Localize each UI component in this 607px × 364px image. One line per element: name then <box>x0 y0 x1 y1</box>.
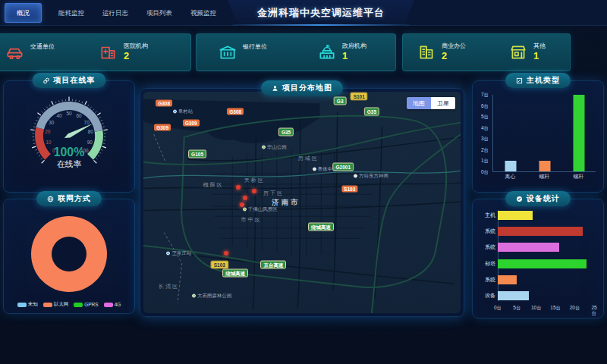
road-badge: G105 <box>188 149 206 158</box>
stat-other: 其他 1 <box>508 42 546 62</box>
road-badge: G309 <box>183 119 200 126</box>
wrench-icon <box>516 196 523 202</box>
road-badge: 绕城高速 <box>222 269 248 278</box>
tab-run-logs[interactable]: 运行日志 <box>93 0 137 26</box>
globe-icon <box>47 196 54 202</box>
stat-label: 政府机构 <box>342 42 366 50</box>
tab-overview[interactable]: 概况 <box>5 3 42 23</box>
shop-icon <box>508 42 528 62</box>
legend-swatch <box>104 303 113 307</box>
svg-text:30: 30 <box>49 120 55 125</box>
y-axis-tick: 6台 <box>481 102 489 109</box>
legend-item-gprs[interactable]: GPRS <box>74 301 98 308</box>
stat-value: 2 <box>124 50 148 62</box>
map-poi-label: 华山公园 <box>262 144 287 151</box>
device-stats-bar <box>498 227 583 236</box>
road-badge: G35 <box>364 108 379 116</box>
map-district-label: 市中区 <box>241 216 262 224</box>
tab-energy-monitor[interactable]: 能耗监控 <box>49 0 93 26</box>
legend-label: 4G <box>115 302 121 307</box>
map-mode-button[interactable]: 地图 <box>407 97 431 109</box>
project-marker[interactable] <box>243 196 247 200</box>
svg-text:90: 90 <box>87 140 93 145</box>
gauge-value: 100% <box>54 146 84 158</box>
stat-value: 1 <box>342 50 366 62</box>
legend-item-ethernet[interactable]: 以太网 <box>43 301 69 308</box>
road-badge: S103 <box>211 260 228 268</box>
map-district-label: 历城区 <box>298 155 319 162</box>
car-icon <box>5 42 25 62</box>
tab-project-list[interactable]: 项目列表 <box>137 0 181 26</box>
device-stats-row: 设备 <box>477 291 594 301</box>
stat-box-office-other: 商业办公 2 其他 1 <box>402 33 571 71</box>
device-stats-row: 主机 <box>477 210 594 220</box>
panel-title: 项目分布地图 <box>282 83 332 93</box>
satellite-mode-button[interactable]: 卫星 <box>431 97 455 109</box>
legend-label: GPRS <box>84 302 98 307</box>
map-layer-switcher: 地图 卫星 <box>407 97 455 109</box>
device-stats-bar-chart: 主机系统系统却塔系统设备 <box>477 210 594 301</box>
stat-label: 银行单位 <box>243 43 267 51</box>
legend-swatch <box>74 303 83 307</box>
panel-title: 联网方式 <box>58 193 91 204</box>
y-axis-tick: 1台 <box>481 158 489 165</box>
device-bar-track <box>498 275 594 284</box>
stat-value <box>30 51 55 62</box>
device-stats-bar <box>498 291 529 300</box>
svg-text:60: 60 <box>76 113 82 118</box>
tab-video-monitor[interactable]: 视频监控 <box>181 0 225 26</box>
project-marker[interactable] <box>236 185 241 190</box>
panel-host-type-header: 主机类型 <box>505 73 571 88</box>
chiller-icon <box>516 77 523 84</box>
legend-swatch <box>43 303 52 307</box>
map-poi-label: 王家庄站 <box>166 250 191 257</box>
device-chart-x-axis: 0台5台10台15台20台25台 <box>498 305 594 312</box>
page-title-text: 金洲科瑞中央空调运维平台 <box>257 6 385 20</box>
x-axis-tick: 25台 <box>591 305 596 317</box>
device-bar-track <box>498 243 594 252</box>
road-badge: S101 <box>351 92 368 100</box>
device-category-label: 却塔 <box>477 260 495 268</box>
people-icon <box>272 85 278 92</box>
y-axis-tick: 0台 <box>481 169 489 176</box>
poi-dot-icon <box>354 174 357 177</box>
road-badge: 绕城高速 <box>308 223 334 231</box>
panel-project-map: 项目分布地图 <box>140 88 464 317</box>
legend-item-unknown[interactable]: 未知 <box>17 301 38 308</box>
gauge-caption: 在线率 <box>57 159 82 168</box>
device-category-label: 系统 <box>477 228 495 235</box>
road-badge: G308 <box>227 108 244 115</box>
road-badge: G309 <box>154 124 171 130</box>
legend-item-4g[interactable]: 4G <box>104 301 121 308</box>
dashboard-root: 概况 能耗监控 运行日志 项目列表 视频监控 金洲科瑞中央空调运维平台 交通单位… <box>0 0 607 364</box>
poi-dot-icon <box>173 110 177 114</box>
x-axis-tick: 20台 <box>570 305 580 312</box>
map-markers-layer: 济南市 槐荫区天桥区历下区历城区市中区长清区G308G308G309G309G3… <box>143 92 461 313</box>
stat-bank: 银行单位 <box>218 42 267 62</box>
project-marker[interactable] <box>252 189 256 193</box>
device-stats-bar <box>498 243 559 252</box>
device-stats-row: 却塔 <box>477 259 594 268</box>
panel-online-rate: 项目在线率 0102030405060708090100100%在线率 <box>3 80 135 193</box>
poi-dot-icon <box>243 207 247 211</box>
y-axis-tick: 3台 <box>481 136 489 143</box>
project-marker[interactable] <box>240 202 244 207</box>
stat-box-bank-government: 银行单位 政府机构 1 <box>196 33 396 71</box>
host-type-bar <box>573 95 584 171</box>
panel-online-rate-header: 项目在线率 <box>33 73 106 88</box>
office-icon <box>417 42 436 62</box>
road-badge: G3 <box>334 96 347 105</box>
y-axis-tick: 5台 <box>481 114 489 121</box>
svg-text:80: 80 <box>88 129 94 134</box>
road-badge: G35 <box>278 127 294 136</box>
host-type-bar <box>505 161 516 171</box>
map-district-label: 长清区 <box>159 283 179 290</box>
panel-network-type: 联网方式 未知 以太网 GPRS 4G <box>3 199 135 314</box>
project-marker[interactable] <box>224 251 228 256</box>
bank-icon <box>218 42 237 62</box>
stat-transport: 交通单位 <box>5 42 55 62</box>
stat-label: 交通单位 <box>30 43 55 51</box>
map-canvas[interactable]: 济南市 槐荫区天桥区历下区历城区市中区长清区G308G308G309G309G3… <box>143 92 461 313</box>
device-stats-row: 系统 <box>477 226 594 236</box>
legend-label: 以太网 <box>54 301 69 308</box>
